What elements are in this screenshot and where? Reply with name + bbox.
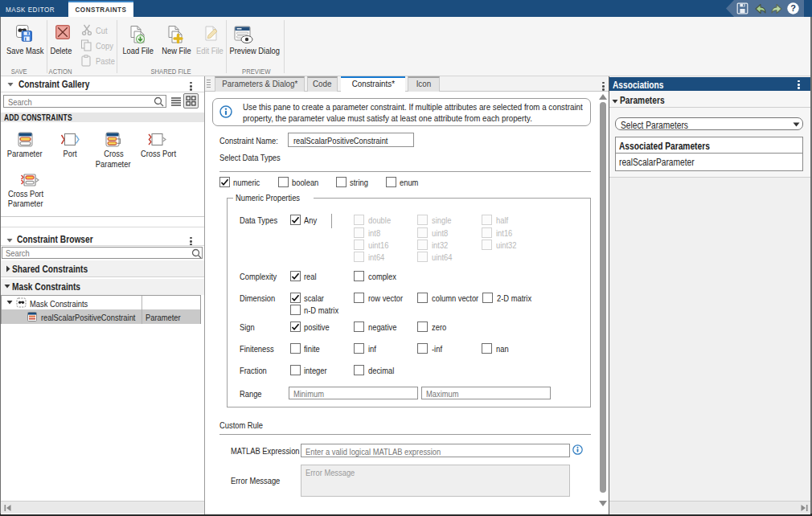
svg-text:?: ?	[790, 3, 796, 13]
